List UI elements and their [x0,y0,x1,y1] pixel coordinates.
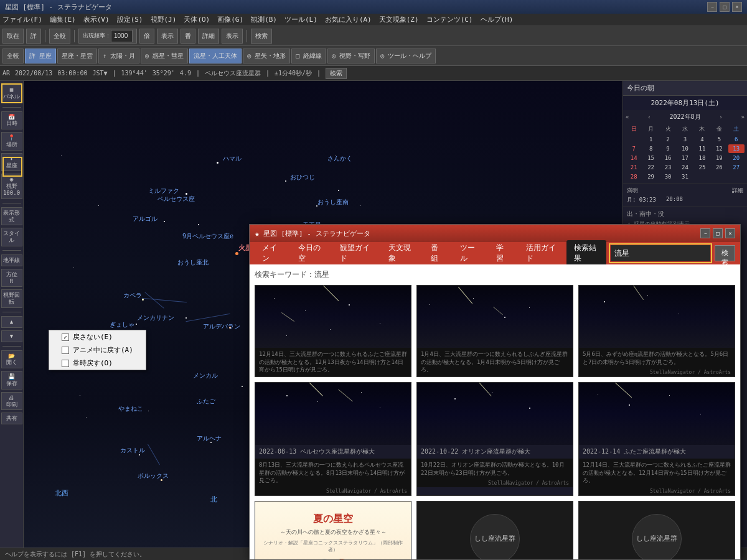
lp-open-btn[interactable]: 📂開く [1,350,22,369]
cal-day[interactable]: 18 [694,154,710,162]
minimize-button[interactable]: － [707,2,717,12]
cal-next-year[interactable]: » [741,114,745,120]
cal-day[interactable]: 1 [642,135,659,144]
lp-style-btn[interactable]: スタイル [1,228,22,246]
nav-main[interactable]: メイン [255,240,288,266]
tb-detail[interactable]: 詳 [26,29,41,44]
cal-day[interactable]: 5 [711,135,727,144]
nav-astro-events[interactable]: 天文現象 [381,240,421,266]
cal-day[interactable]: 3 [677,135,693,144]
nav-learn[interactable]: 学習 [489,240,516,266]
tb-number[interactable]: 番 [181,29,195,44]
ow-maximize-btn[interactable]: □ [713,228,723,238]
ow-close-btn[interactable]: × [725,228,735,238]
ow-minimize-btn[interactable]: － [700,228,710,238]
cal-day[interactable]: 25 [694,163,710,172]
tb-detail2[interactable]: 詳細 [198,29,219,44]
ow-card-eta-aq[interactable]: 5月6日、みずがめ座η流星群の活動が極大となる。5月6日と7日の未明から5日明け… [578,285,735,377]
cal-day[interactable]: 24 [677,163,693,172]
menu-help[interactable]: ヘルプ(H) [481,15,514,24]
ctx-item-no-rewind[interactable]: ✓ 戻さない(E) [49,330,146,343]
menu-tools[interactable]: ツール(L) [284,15,317,24]
nav-today-sky[interactable]: 今日の空 [291,240,331,266]
lp-print-btn[interactable]: 🖨印刷 [1,392,22,411]
menu-observe[interactable]: 観測(B) [251,15,277,24]
menu-fav[interactable]: お気に入り(A) [325,15,372,24]
cal-day[interactable]: 19 [711,154,727,162]
tb-all[interactable]: 全較 [49,29,70,44]
cal-day[interactable]: 12 [711,144,727,153]
tb-fov[interactable]: ◎ 視野・写野 [327,49,375,63]
lp-up-btn[interactable]: ▲ [1,316,22,328]
ow-card-orionids[interactable]: 2022-10-22 オリオン座流星群が極大 10月22日、オリオン座流星群の活… [416,382,573,496]
tb-scale[interactable]: 倍 [139,29,154,44]
cal-day[interactable]: 11 [694,144,710,153]
nav-observe-guide[interactable]: 観望ガイド [332,240,378,266]
lp-constellation-btn[interactable]: ✦星座 [1,153,22,172]
cal-day[interactable]: 9 [660,144,676,153]
close-button[interactable]: × [732,2,742,12]
cal-day[interactable]: 31 [677,172,693,181]
ow-card-summer[interactable]: 夏の星空 ～天の川への旅と夏の夜空をかざる星々～ シナリオ・解説「星座コニックス… [255,501,411,559]
lp-display-btn[interactable]: 表示形式 [1,207,22,226]
cal-day-today[interactable]: 13 [728,144,745,153]
tb-search[interactable]: 検索 [251,29,272,44]
status-search-btn[interactable]: 検索 [326,68,347,79]
tb-grid[interactable]: □ 経緯線 [291,49,326,63]
lp-azimuth-btn[interactable]: 方位R [1,269,22,287]
ow-card-geminids2022[interactable]: 2022-12-14 ふたご座流星群が極大 12月14日、三大流星群の一つに数え… [578,382,735,496]
tb-sun[interactable]: ↑ 太陽・月 [98,49,139,63]
cal-day[interactable]: 8 [642,144,659,153]
tb-star-terrain[interactable]: ◎ 星矢・地形 [243,49,290,63]
menu-astro[interactable]: 天文現象(Z) [379,15,419,24]
menu-object[interactable]: 天体(O) [184,15,210,24]
cal-day[interactable]: 6 [728,135,745,144]
ow-card-leo2[interactable]: しし座流星群 しし座流星群 BGM：Silver Snow [578,501,735,559]
tb-all2[interactable]: 全較 [2,49,24,63]
maximize-button[interactable]: □ [720,2,730,12]
ow-content[interactable]: 検索キーワード：流星 12月14日、三大流星群の一つに数えられるふたご座流星 [250,264,740,559]
lp-datetime-btn[interactable]: 📅日時 [1,111,22,130]
cal-day[interactable]: 16 [660,154,676,162]
menu-file[interactable]: ファイル(F) [2,15,42,24]
cal-day[interactable]: 28 [626,172,642,181]
lp-panel-btn[interactable]: ▦ パネル [1,83,22,103]
menu-view2[interactable]: 視野(J) [151,15,177,24]
menu-edit[interactable]: 編集(E) [50,15,76,24]
tb-show-all[interactable]: 取在 [2,29,24,44]
ctx-item-always-rewind[interactable]: 常時戻す(O) [49,357,146,370]
cal-day[interactable]: 23 [660,163,676,172]
lp-share-btn[interactable]: 共有 [1,413,22,424]
cal-day[interactable]: 20 [728,154,745,162]
nav-usage[interactable]: 活用ガイド [519,240,565,266]
menu-content[interactable]: コンテンツ(C) [426,15,473,24]
cal-day[interactable]: 2 [660,135,676,144]
menu-view[interactable]: 表示(V) [83,15,110,24]
cal-day[interactable]: 26 [711,163,727,172]
cal-day[interactable]: 15 [642,154,659,162]
lp-fov-btn[interactable]: ◉視野100.0 [1,174,22,198]
cal-day[interactable]: 10 [677,144,693,153]
tb-display2[interactable]: 表示 [222,29,243,44]
menu-settings[interactable]: 設定(S) [117,15,143,24]
nav-programs[interactable]: 番組 [423,240,451,266]
cal-day[interactable]: 7 [626,144,642,153]
nav-search-results[interactable]: 検索結果 [566,240,606,266]
ow-card-perseids[interactable]: 2022-08-13 ペルセウス座流星群が極大 8月13日、三大流星群の一つに数… [255,382,411,496]
tb-nebula[interactable]: 星座・星雲 [57,49,97,63]
tb-emission-ctrl[interactable]: 出現頻率： [78,29,137,44]
ctx-item-anime-rewind[interactable]: アニメ中に戻す(A) [49,343,146,357]
status-tz[interactable]: JST▼ [92,70,107,77]
ow-search-input[interactable] [611,245,710,261]
lp-horizon-btn[interactable]: 地平線 [1,254,22,266]
menu-image[interactable]: 画像(G) [217,15,243,24]
tb-display[interactable]: 表示 [157,29,178,44]
ow-search-button[interactable]: 検索 [715,245,735,261]
nav-tools[interactable]: ツール [453,240,486,266]
cal-day[interactable]: 29 [642,172,659,181]
cal-day[interactable]: 4 [694,135,710,144]
tb-planets[interactable]: ◎ 惑星・彗星 [141,49,188,63]
ow-card-quadrantids[interactable]: 1月4日、三大流星群の一つに数えられるしぶんぎ座流星群の活動が極大となる。1月4… [416,285,573,377]
cal-prev-month[interactable]: ‹ [647,114,651,120]
tb-tools[interactable]: ◎ ツール・ヘルプ [376,49,436,63]
